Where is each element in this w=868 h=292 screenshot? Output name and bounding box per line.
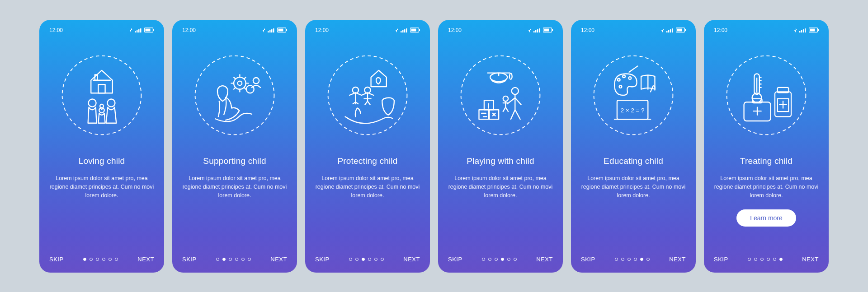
svg-rect-20 — [406, 28, 407, 32]
illustration — [714, 48, 819, 143]
screen-title: Supporting child — [182, 156, 287, 166]
page-dot[interactable] — [381, 258, 384, 261]
page-dot[interactable] — [241, 258, 245, 261]
page-dot[interactable] — [514, 258, 517, 261]
onboarding-screen: 12:00 Supporting child Lorem ipsum dolor… — [172, 20, 297, 273]
page-indicator — [615, 258, 650, 261]
page-dot[interactable] — [627, 258, 631, 261]
screen-description: Lorem ipsum dolor sit amet pro, mea regi… — [49, 174, 154, 200]
svg-rect-11 — [271, 29, 273, 32]
page-dot[interactable] — [501, 258, 504, 261]
status-icons — [661, 28, 686, 32]
page-dot[interactable] — [108, 258, 112, 261]
svg-rect-7 — [146, 29, 151, 32]
page-dot[interactable] — [646, 258, 650, 261]
page-dot[interactable] — [779, 258, 783, 261]
page-indicator — [482, 258, 517, 261]
screen-title: Educating child — [581, 156, 686, 166]
status-time: 12:00 — [182, 27, 196, 33]
svg-marker-24 — [528, 28, 531, 32]
next-button[interactable]: NEXT — [137, 256, 154, 263]
page-dot[interactable] — [96, 258, 99, 261]
page-dot[interactable] — [773, 258, 776, 261]
svg-rect-33 — [666, 31, 668, 32]
page-dot[interactable] — [634, 258, 637, 261]
page-dot[interactable] — [482, 258, 485, 261]
next-button[interactable]: NEXT — [536, 256, 553, 263]
illustration — [581, 48, 686, 143]
svg-rect-26 — [535, 30, 537, 32]
status-bar: 12:00 — [315, 26, 420, 34]
skip-button[interactable]: SKIP — [182, 256, 197, 263]
svg-rect-36 — [672, 28, 673, 32]
page-dot[interactable] — [349, 258, 352, 261]
page-dot[interactable] — [368, 258, 371, 261]
page-dot[interactable] — [640, 258, 643, 261]
next-button[interactable]: NEXT — [270, 256, 287, 263]
page-dot[interactable] — [83, 258, 86, 261]
svg-rect-43 — [803, 29, 804, 32]
svg-marker-0 — [130, 28, 132, 32]
svg-rect-35 — [670, 29, 671, 32]
status-bar: 12:00 — [714, 26, 819, 34]
skip-button[interactable]: SKIP — [448, 256, 462, 263]
skip-button[interactable]: SKIP — [49, 256, 64, 263]
svg-rect-17 — [401, 31, 402, 32]
status-time: 12:00 — [448, 27, 462, 33]
skip-button[interactable]: SKIP — [315, 256, 330, 263]
page-dot[interactable] — [488, 258, 491, 261]
page-dot[interactable] — [102, 258, 105, 261]
page-dot[interactable] — [507, 258, 510, 261]
status-icons — [263, 28, 287, 32]
page-dot[interactable] — [216, 258, 219, 261]
next-button[interactable]: NEXT — [403, 256, 420, 263]
screen-description: Lorem ipsum dolor sit amet pro, mea regi… — [714, 174, 819, 200]
svg-rect-4 — [140, 28, 142, 32]
page-dot[interactable] — [90, 258, 93, 261]
screen-title: Playing with child — [448, 156, 553, 166]
svg-rect-18 — [402, 30, 404, 32]
status-icons — [528, 28, 553, 32]
page-dot[interactable] — [754, 258, 757, 261]
page-dot[interactable] — [495, 258, 498, 261]
onboarding-screen: 12:00 Treating child Lorem ipsum dolor s… — [704, 20, 829, 273]
skip-button[interactable]: SKIP — [581, 256, 595, 263]
page-dot[interactable] — [115, 258, 118, 261]
status-icons — [794, 28, 819, 32]
page-dot[interactable] — [235, 258, 238, 261]
svg-rect-12 — [273, 28, 274, 32]
page-indicator — [216, 258, 251, 261]
skip-button[interactable]: SKIP — [714, 256, 728, 263]
svg-rect-10 — [269, 30, 271, 32]
onboarding-screen: 12:00 Playing with child Lorem ipsum dol… — [438, 20, 563, 273]
svg-rect-2 — [137, 30, 138, 32]
page-dot[interactable] — [748, 258, 751, 261]
svg-rect-9 — [268, 31, 269, 32]
page-dot[interactable] — [374, 258, 377, 261]
page-dot[interactable] — [621, 258, 624, 261]
page-dot[interactable] — [355, 258, 359, 261]
svg-marker-16 — [396, 28, 398, 32]
page-dot[interactable] — [362, 258, 365, 261]
onboarding-screen: 12:00 Educating child Lorem ipsum dolor … — [571, 20, 696, 273]
svg-rect-14 — [286, 29, 287, 31]
onboarding-screen: 12:00 Protecting child Lorem ipsum dolor… — [305, 20, 430, 273]
next-button[interactable]: NEXT — [802, 256, 819, 263]
svg-rect-41 — [799, 31, 801, 32]
screen-description: Lorem ipsum dolor sit amet pro, mea regi… — [315, 174, 420, 200]
page-indicator — [349, 258, 384, 261]
page-dot[interactable] — [248, 258, 251, 261]
next-button[interactable]: NEXT — [669, 256, 686, 263]
svg-rect-23 — [411, 29, 416, 32]
page-dot[interactable] — [222, 258, 226, 261]
page-dot[interactable] — [229, 258, 232, 261]
svg-marker-32 — [661, 28, 664, 32]
page-dot[interactable] — [760, 258, 764, 261]
illustration — [49, 48, 154, 143]
screen-title: Protecting child — [315, 156, 420, 166]
svg-rect-46 — [818, 29, 819, 31]
page-dot[interactable] — [767, 258, 770, 261]
page-dot[interactable] — [615, 258, 618, 261]
status-time: 12:00 — [49, 27, 63, 33]
learn-more-button[interactable]: Learn more — [736, 209, 796, 227]
